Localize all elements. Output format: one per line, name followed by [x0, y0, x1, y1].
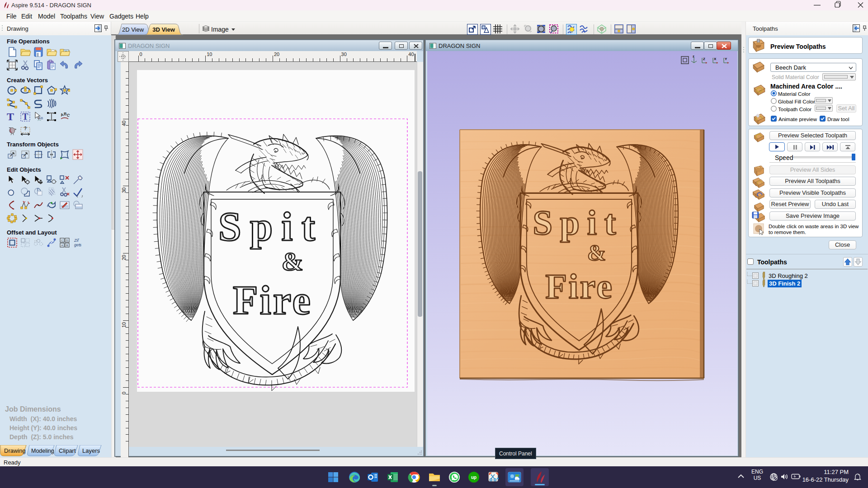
- svg-text:up: up: [471, 475, 476, 480]
- svg-text:geʦ: geʦ: [74, 243, 81, 247]
- svg-text:2D View: 2D View: [122, 26, 144, 33]
- svg-text:B: B: [66, 244, 68, 247]
- svg-text:&: &: [282, 247, 303, 276]
- svg-text:z: z: [693, 55, 694, 58]
- svg-text:AB: AB: [38, 116, 43, 120]
- svg-text:Clipart: Clipart: [59, 447, 76, 454]
- svg-text:X: X: [714, 57, 717, 61]
- svg-text:&: &: [587, 240, 606, 265]
- svg-text:C: C: [61, 239, 63, 242]
- svg-text:?: ?: [24, 126, 27, 131]
- svg-text:Drawing: Drawing: [4, 447, 26, 454]
- svg-text:D: D: [66, 239, 68, 242]
- svg-text:z: z: [858, 473, 859, 476]
- svg-text:Y: Y: [725, 57, 727, 61]
- svg-text:T: T: [22, 112, 28, 122]
- svg-text:Modeling: Modeling: [31, 448, 54, 454]
- svg-text:Layers: Layers: [82, 447, 100, 454]
- svg-text:Z: Z: [703, 57, 705, 61]
- svg-text:C: C: [66, 113, 70, 118]
- svg-text:A: A: [61, 244, 63, 247]
- svg-text:Ziľ: Ziľ: [74, 238, 79, 243]
- svg-text:3D View: 3D View: [152, 26, 175, 33]
